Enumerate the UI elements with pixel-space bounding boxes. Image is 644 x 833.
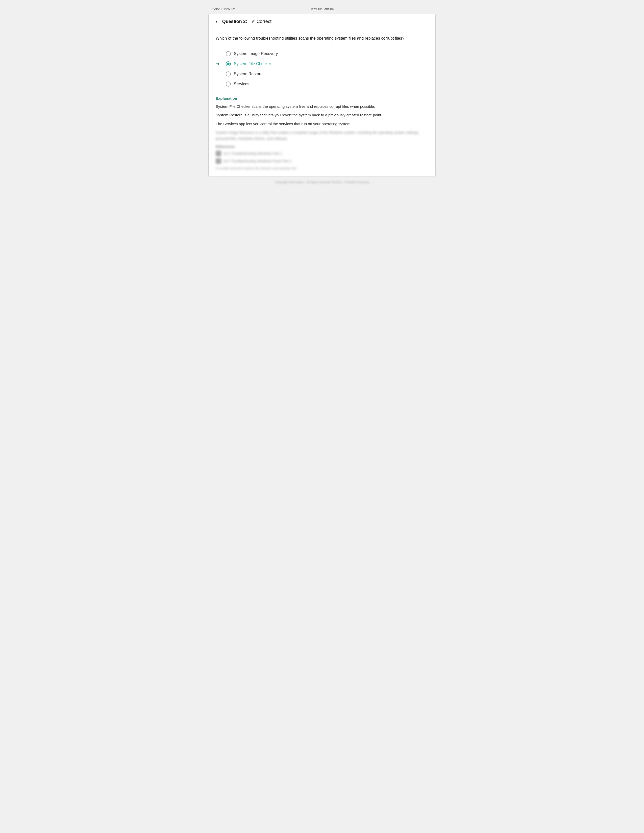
timestamp: 5/9/23, 1:26 AM bbox=[213, 7, 235, 11]
blurred-references-title: References bbox=[216, 145, 428, 149]
blurred-link-icon-2 bbox=[216, 158, 221, 164]
explanation-paragraph-2: System Restore is a utility that lets yo… bbox=[216, 112, 428, 118]
blurred-link-text-1: 10.1 Troubleshooting Windows Part 1 bbox=[223, 151, 282, 156]
option-label-1: System Image Recovery bbox=[234, 51, 278, 56]
collapse-arrow-icon[interactable]: ▼ bbox=[215, 19, 218, 24]
explanation-paragraph-3: The Services app lets you control the se… bbox=[216, 121, 428, 127]
blurred-footer-text: to enable and print system file checker … bbox=[216, 166, 428, 170]
option-4[interactable]: Services bbox=[216, 79, 428, 89]
checkmark-icon: ✔ bbox=[251, 19, 255, 24]
footer-text: Copyright information - All rights reser… bbox=[275, 180, 369, 184]
correct-badge: ✔ Correct bbox=[251, 19, 272, 24]
options-list: System Image Recovery ➜ System File Chec… bbox=[216, 49, 428, 89]
blurred-link-text-2: 10.2 Troubleshooting Windows Facts Part … bbox=[223, 159, 292, 163]
option-3[interactable]: System Restore bbox=[216, 69, 428, 79]
blurred-link-2: 10.2 Troubleshooting Windows Facts Part … bbox=[216, 158, 428, 164]
explanation-paragraph-1: System File Checker scans the operating … bbox=[216, 103, 428, 110]
blurred-link-1: 10.1 Troubleshooting Windows Part 1 bbox=[216, 151, 428, 156]
radio-3[interactable] bbox=[226, 71, 231, 77]
correct-label: Correct bbox=[257, 19, 272, 24]
arrow-indicator-icon: ➜ bbox=[216, 61, 219, 67]
option-label-3: System Restore bbox=[234, 72, 262, 76]
option-1[interactable]: System Image Recovery bbox=[216, 49, 428, 59]
explanation-section: Explanation System File Checker scans th… bbox=[216, 96, 428, 170]
option-2[interactable]: ➜ System File Checker bbox=[216, 59, 428, 69]
blurred-paragraph: System Image Recovery is a utility that … bbox=[216, 130, 428, 142]
question-label: Question 2: bbox=[222, 19, 247, 24]
option-label-2: System File Checker bbox=[234, 61, 271, 66]
radio-1[interactable] bbox=[226, 51, 231, 56]
question-body: Which of the following troubleshooting u… bbox=[209, 29, 435, 176]
app-title: TestOut LabSim bbox=[311, 7, 334, 11]
blurred-section: System Image Recovery is a utility that … bbox=[216, 130, 428, 170]
top-bar: 5/9/23, 1:26 AM TestOut LabSim bbox=[208, 5, 436, 13]
question-header: ▼ Question 2: ✔ Correct bbox=[209, 14, 435, 29]
explanation-title: Explanation bbox=[216, 96, 428, 100]
radio-4[interactable] bbox=[226, 82, 231, 87]
question-card: ▼ Question 2: ✔ Correct Which of the fol… bbox=[208, 14, 436, 177]
question-text: Which of the following troubleshooting u… bbox=[216, 35, 428, 42]
option-label-4: Services bbox=[234, 82, 249, 86]
radio-2[interactable] bbox=[226, 61, 231, 66]
blurred-link-icon-1 bbox=[216, 151, 221, 156]
page-footer: Copyright information - All rights reser… bbox=[5, 177, 639, 188]
